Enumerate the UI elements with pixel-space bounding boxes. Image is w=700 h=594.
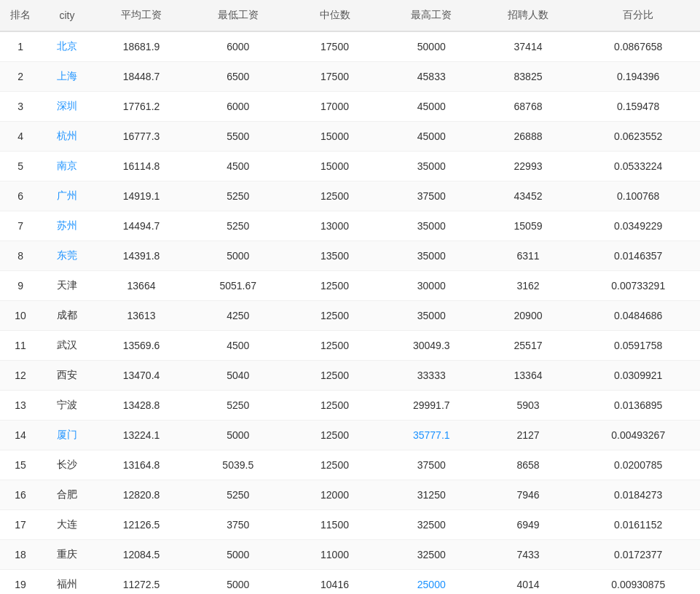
- cell-city: 福州: [41, 570, 93, 595]
- cell-mid: 12500: [286, 361, 383, 391]
- cell-avg: 18448.7: [93, 62, 190, 92]
- cell-pct: 0.00733291: [576, 271, 700, 301]
- city-link[interactable]: 北京: [57, 40, 77, 52]
- city-link[interactable]: 南京: [57, 160, 77, 171]
- cell-avg: 18681.9: [93, 31, 190, 62]
- cell-city[interactable]: 北京: [41, 31, 93, 62]
- cell-cnt: 7433: [480, 540, 577, 570]
- cell-pct: 0.0623552: [576, 122, 700, 152]
- col-header-avg: 平均工资: [93, 0, 190, 31]
- max-link[interactable]: 35777.1: [413, 429, 450, 441]
- cell-pct: 0.0136895: [576, 391, 700, 421]
- cell-mid: 11000: [286, 540, 383, 570]
- cell-mid: 12500: [286, 331, 383, 361]
- cell-pct: 0.0349229: [576, 211, 700, 241]
- table-row: 8东莞14391.85000135003500063110.0146357: [0, 241, 700, 271]
- cell-max[interactable]: 25000: [383, 570, 480, 595]
- city-link[interactable]: 杭州: [57, 130, 77, 141]
- cell-min: 5500: [189, 122, 286, 152]
- col-header-rank: 排名: [0, 0, 41, 31]
- table-row: 18重庆12084.55000110003250074330.0172377: [0, 540, 700, 570]
- cell-cnt: 7946: [480, 480, 577, 510]
- table-row: 15长沙13164.85039.5125003750086580.0200785: [0, 450, 700, 480]
- table-row: 11武汉13569.645001250030049.3255170.059175…: [0, 331, 700, 361]
- cell-cnt: 2127: [480, 421, 577, 450]
- cell-min: 5250: [189, 181, 286, 211]
- cell-avg: 13164.8: [93, 450, 190, 480]
- cell-max[interactable]: 35777.1: [383, 421, 480, 450]
- city-link[interactable]: 东莞: [57, 249, 77, 261]
- cell-city[interactable]: 上海: [41, 62, 93, 92]
- cell-city[interactable]: 南京: [41, 152, 93, 181]
- cell-city[interactable]: 苏州: [41, 211, 93, 241]
- cell-pct: 0.100768: [576, 181, 700, 211]
- table-row: 16合肥12820.85250120003125079460.0184273: [0, 480, 700, 510]
- cell-mid: 13500: [286, 241, 383, 271]
- cell-min: 6000: [189, 31, 286, 62]
- col-header-city: city: [41, 0, 93, 31]
- cell-city: 大连: [41, 510, 93, 540]
- cell-mid: 12500: [286, 421, 383, 450]
- cell-city[interactable]: 厦门: [41, 421, 93, 450]
- cell-cnt: 13364: [480, 361, 577, 391]
- cell-city[interactable]: 东莞: [41, 241, 93, 271]
- city-link[interactable]: 苏州: [57, 219, 77, 231]
- cell-max: 32500: [383, 540, 480, 570]
- cell-avg: 14494.7: [93, 211, 190, 241]
- cell-min: 5000: [189, 421, 286, 450]
- table-row: 14厦门13224.150001250035777.121270.0049326…: [0, 421, 700, 450]
- cell-city[interactable]: 深圳: [41, 92, 93, 122]
- cell-rank: 3: [0, 92, 41, 122]
- cell-avg: 16114.8: [93, 152, 190, 181]
- table-row: 3深圳17761.260001700045000687680.159478: [0, 92, 700, 122]
- cell-city: 天津: [41, 271, 93, 301]
- city-link[interactable]: 上海: [57, 70, 77, 82]
- cell-pct: 0.159478: [576, 92, 700, 122]
- table-row: 4杭州16777.355001500045000268880.0623552: [0, 122, 700, 152]
- table-row: 10成都1361342501250035000209000.0484686: [0, 301, 700, 331]
- cell-pct: 0.0146357: [576, 241, 700, 271]
- cell-max: 30000: [383, 271, 480, 301]
- cell-max: 50000: [383, 31, 480, 62]
- cell-city: 宁波: [41, 391, 93, 421]
- cell-rank: 7: [0, 211, 41, 241]
- cell-avg: 12126.5: [93, 510, 190, 540]
- cell-cnt: 43452: [480, 181, 577, 211]
- cell-min: 4500: [189, 331, 286, 361]
- cell-city: 西安: [41, 361, 93, 391]
- cell-mid: 10416: [286, 570, 383, 595]
- cell-mid: 12500: [286, 450, 383, 480]
- table-row: 5南京16114.845001500035000229930.0533224: [0, 152, 700, 181]
- cell-pct: 0.0184273: [576, 480, 700, 510]
- city-link[interactable]: 广州: [57, 189, 77, 201]
- cell-pct: 0.0867658: [576, 31, 700, 62]
- cell-max: 32500: [383, 510, 480, 540]
- cell-max: 37500: [383, 181, 480, 211]
- cell-cnt: 25517: [480, 331, 577, 361]
- cell-pct: 0.0161152: [576, 510, 700, 540]
- cell-rank: 6: [0, 181, 41, 211]
- cell-mid: 17000: [286, 92, 383, 122]
- cell-rank: 18: [0, 540, 41, 570]
- cell-rank: 19: [0, 570, 41, 595]
- max-link[interactable]: 25000: [417, 579, 446, 590]
- cell-cnt: 5903: [480, 391, 577, 421]
- cell-city[interactable]: 广州: [41, 181, 93, 211]
- city-link[interactable]: 深圳: [57, 100, 77, 112]
- cell-cnt: 83825: [480, 62, 577, 92]
- cell-city[interactable]: 杭州: [41, 122, 93, 152]
- cell-cnt: 20900: [480, 301, 577, 331]
- cell-cnt: 22993: [480, 152, 577, 181]
- cell-pct: 0.194396: [576, 62, 700, 92]
- cell-avg: 13428.8: [93, 391, 190, 421]
- cell-cnt: 6949: [480, 510, 577, 540]
- city-link[interactable]: 厦门: [57, 429, 77, 440]
- cell-avg: 12084.5: [93, 540, 190, 570]
- cell-rank: 11: [0, 331, 41, 361]
- cell-city: 长沙: [41, 450, 93, 480]
- cell-avg: 14391.8: [93, 241, 190, 271]
- table-row: 7苏州14494.752501300035000150590.0349229: [0, 211, 700, 241]
- cell-rank: 8: [0, 241, 41, 271]
- cell-rank: 14: [0, 421, 41, 450]
- cell-mid: 12500: [286, 271, 383, 301]
